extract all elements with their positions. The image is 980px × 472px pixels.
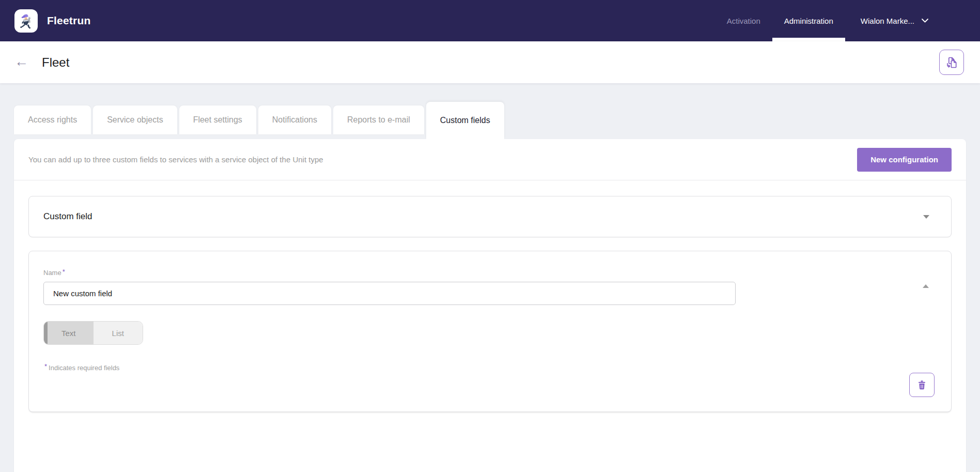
tab-access-rights[interactable]: Access rights [14, 105, 91, 134]
custom-fields-panel: You can add up to three custom fields to… [14, 139, 966, 472]
tab-custom-fields[interactable]: Custom fields [426, 102, 504, 139]
required-asterisk: * [44, 362, 47, 370]
required-asterisk: * [63, 268, 65, 276]
caret-down-icon [923, 215, 929, 219]
user-menu-label: Wialon Marke... [861, 17, 914, 25]
chevron-down-icon [922, 19, 928, 23]
caret-up-icon[interactable] [923, 284, 929, 288]
custom-field-section-collapsed[interactable]: Custom field [28, 196, 952, 237]
brand: Fleetrun [14, 9, 90, 33]
required-note-text: Indicates required fields [49, 364, 119, 372]
tab-service-objects[interactable]: Service objects [93, 105, 177, 134]
user-menu[interactable]: Wialon Marke... [861, 17, 928, 25]
content-area: Access rights Service objects Fleet sett… [0, 102, 980, 472]
copy-configuration-button[interactable] [939, 50, 964, 75]
new-configuration-button[interactable]: New configuration [857, 148, 952, 172]
panel-info-row: You can add up to three custom fields to… [14, 139, 966, 180]
tab-notifications[interactable]: Notifications [258, 105, 331, 134]
tabs-row: Access rights Service objects Fleet sett… [14, 102, 966, 139]
name-field-label-row: Name* [43, 268, 937, 277]
panel-body: Custom field Name* Text List *Indicates … [14, 180, 966, 427]
tab-reports-to-email[interactable]: Reports to e-mail [333, 105, 424, 134]
back-arrow-icon[interactable]: ← [14, 55, 28, 69]
name-field-label: Name [43, 269, 61, 277]
name-input[interactable] [43, 282, 736, 305]
page-header: ← Fleet [0, 41, 980, 83]
nav-item-activation[interactable]: Activation [715, 0, 772, 41]
field-type-toggle: Text List [43, 321, 143, 345]
custom-field-section-title: Custom field [43, 211, 92, 222]
top-navbar: Fleetrun Activation Administration Wialo… [0, 0, 980, 41]
brand-name: Fleetrun [47, 14, 90, 27]
field-type-option-list[interactable]: List [94, 322, 143, 344]
page-title: Fleet [42, 55, 69, 70]
custom-field-form-card: Name* Text List *Indicates required fiel… [28, 251, 952, 412]
copy-icon [945, 56, 958, 69]
trash-icon [916, 379, 927, 390]
tab-fleet-settings[interactable]: Fleet settings [179, 105, 256, 134]
info-text: You can add up to three custom fields to… [28, 155, 323, 164]
required-fields-note: *Indicates required fields [43, 364, 937, 372]
navbar-links: Activation Administration Wialon Marke..… [715, 0, 980, 41]
delete-custom-field-button[interactable] [909, 373, 935, 397]
nav-item-administration[interactable]: Administration [772, 0, 845, 41]
fleetrun-logo-icon [14, 9, 38, 33]
field-type-option-text[interactable]: Text [44, 322, 94, 344]
